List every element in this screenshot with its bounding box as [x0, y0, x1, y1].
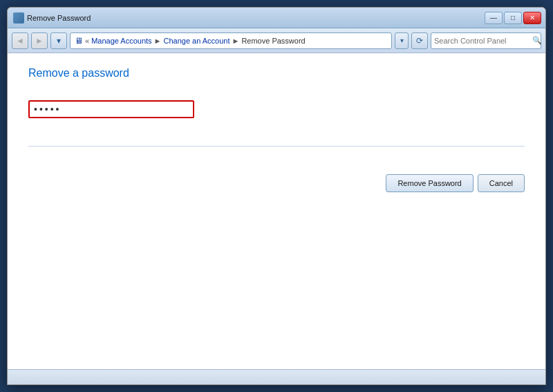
- cancel-button[interactable]: Cancel: [478, 174, 525, 192]
- content-area: Remove a password Remove Password Cancel: [8, 53, 545, 369]
- forward-button[interactable]: ►: [31, 32, 48, 49]
- status-bar: [8, 369, 545, 384]
- page-title: Remove a password: [28, 67, 525, 80]
- title-bar: Remove Password — □ ✕: [8, 8, 545, 28]
- search-icon: 🔍: [532, 36, 542, 45]
- breadcrumb-arrow-2: ►: [232, 37, 240, 45]
- back-button[interactable]: ◄: [12, 32, 28, 49]
- remove-password-button[interactable]: Remove Password: [386, 174, 473, 192]
- close-button[interactable]: ✕: [523, 12, 541, 24]
- breadcrumb-bar: 🖥 « Manage Accounts ► Change an Account …: [70, 32, 392, 49]
- breadcrumb-arrow-1: ►: [154, 37, 162, 45]
- main-window: Remove Password — □ ✕ ◄ ► ▾ 🖥 « Manage A…: [7, 7, 546, 385]
- title-bar-left: Remove Password: [13, 12, 91, 24]
- form-area: Remove Password Cancel: [28, 100, 525, 192]
- breadcrumb-change-account[interactable]: Change an Account: [163, 37, 229, 45]
- breadcrumb-current: Remove Password: [241, 37, 305, 45]
- search-input[interactable]: [434, 37, 529, 45]
- button-row: Remove Password Cancel: [28, 174, 525, 192]
- refresh-button[interactable]: ⟳: [411, 32, 428, 49]
- maximize-button[interactable]: □: [504, 12, 522, 24]
- password-field-wrapper: [28, 100, 525, 118]
- breadcrumb-separator-0: «: [85, 37, 89, 45]
- password-input[interactable]: [28, 100, 194, 118]
- address-dropdown-button[interactable]: ▾: [395, 32, 409, 49]
- search-box: 🔍: [431, 32, 541, 49]
- title-bar-controls: — □ ✕: [485, 12, 541, 24]
- dropdown-button[interactable]: ▾: [50, 32, 67, 49]
- window-icon: [13, 12, 24, 24]
- divider: [28, 146, 525, 147]
- breadcrumb-icon: 🖥: [75, 36, 83, 46]
- minimize-button[interactable]: —: [485, 12, 503, 24]
- breadcrumb-manage-accounts[interactable]: Manage Accounts: [91, 37, 151, 45]
- window-title: Remove Password: [27, 14, 91, 22]
- address-bar: ◄ ► ▾ 🖥 « Manage Accounts ► Change an Ac…: [8, 28, 545, 53]
